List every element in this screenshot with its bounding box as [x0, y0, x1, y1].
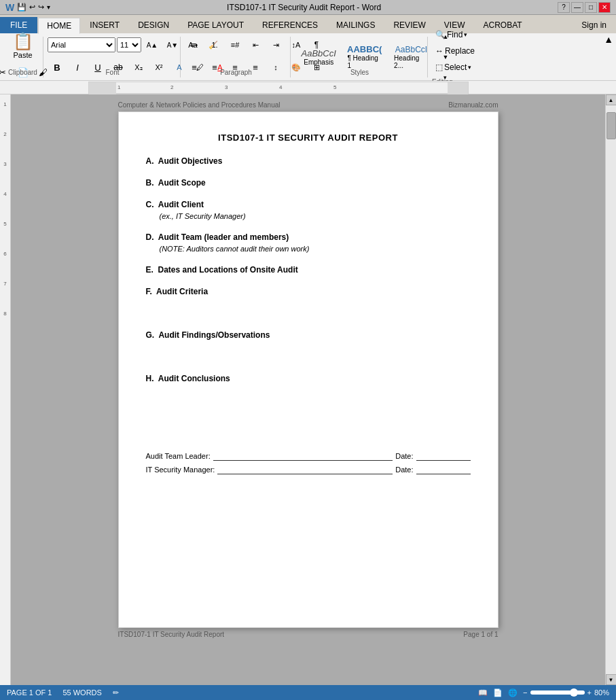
zoom-control[interactable]: − + 80%: [523, 688, 609, 697]
zoom-slider[interactable]: [530, 690, 585, 695]
status-bar: PAGE 1 OF 1 55 WORDS ✏ 📖 📄 🌐 − + 80%: [0, 685, 616, 700]
heading2-label: Heading 2...: [394, 54, 429, 69]
editing-group: 🔍 Find ▾ ↔ Replace ⬚ Select ▾ Editing: [429, 37, 481, 77]
find-dropdown-icon: ▾: [464, 31, 467, 38]
minimize-button[interactable]: —: [571, 2, 583, 13]
bullets-button[interactable]: ≡•: [185, 35, 204, 54]
track-changes-icon[interactable]: ✏: [113, 688, 119, 697]
zoom-level: 80%: [594, 688, 609, 697]
clipboard-group: 📋 Paste ✂ 📄 🖌 Clipboard: [3, 37, 43, 77]
ruler: 1 2 3 4 5: [0, 81, 616, 94]
section-a: A. Audit Objectives: [146, 156, 471, 166]
window-title: ITSD107-1 IT Security Audit Report - Wor…: [50, 3, 558, 12]
styles-group: AaBbCcI Emphasis AABBC( ¶ Heading 1 AaBb…: [292, 37, 428, 77]
left-ruler: 1 2 3 4 5 6 7 8: [0, 94, 11, 685]
help-button[interactable]: ?: [558, 2, 570, 13]
scroll-down-button[interactable]: ▼: [606, 674, 617, 685]
view-print-button[interactable]: 📄: [493, 688, 503, 697]
zoom-out-button[interactable]: −: [523, 688, 527, 697]
find-icon: 🔍: [435, 30, 446, 39]
section-h: H. Audit Conclusions: [146, 374, 471, 383]
scroll-up-button[interactable]: ▲: [606, 94, 617, 105]
section-c-heading: C. Audit Client: [146, 200, 471, 209]
tab-home[interactable]: HOME: [38, 18, 80, 34]
section-c-note: (ex., IT Security Manager): [160, 212, 471, 220]
page-count: PAGE 1 OF 1: [7, 688, 52, 697]
section-d-note: (NOTE: Auditors cannot audit their own w…: [160, 245, 471, 253]
font-size-select[interactable]: 11 12: [117, 37, 141, 52]
leader-sig-line: Audit Team Leader: Date:: [146, 451, 471, 461]
emphasis-preview: AaBbCcI: [302, 48, 336, 58]
scrollbar[interactable]: ▲ ▼: [605, 94, 616, 685]
maximize-button[interactable]: □: [585, 2, 597, 13]
section-b: B. Audit Scope: [146, 178, 471, 188]
view-web-button[interactable]: 🌐: [508, 688, 518, 697]
section-c: C. Audit Client (ex., IT Security Manage…: [146, 200, 471, 220]
document-header-bar: Computer & Network Policies and Procedur…: [118, 101, 499, 109]
find-button[interactable]: 🔍 Find ▾: [432, 28, 471, 41]
quick-access-undo[interactable]: ↩: [29, 3, 35, 12]
multilevel-list-button[interactable]: ≡#: [225, 35, 244, 54]
document-title: ITSD107-1 IT SECURITY AUDIT REPORT: [146, 133, 471, 143]
section-b-heading: B. Audit Scope: [146, 178, 471, 188]
paragraph-group: ≡• 1. ≡# ⇤ ⇥ ↕A ¶ ≡ ≡ ≡ ≡ ↕ 🎨 ⊞ Paragrap…: [182, 37, 291, 77]
quick-access-redo[interactable]: ↪: [38, 3, 44, 12]
select-button[interactable]: ⬚ Select ▾: [432, 60, 475, 74]
font-name-select[interactable]: Arial: [48, 37, 115, 52]
manager-sig-line: IT Security Manager: Date:: [146, 465, 471, 474]
quick-access-save[interactable]: 💾: [17, 3, 26, 12]
document-area[interactable]: Computer & Network Policies and Procedur…: [11, 94, 605, 685]
section-d: D. Audit Team (leader and members) (NOTE…: [146, 232, 471, 253]
word-icon: W: [5, 2, 14, 13]
tab-file[interactable]: FILE: [0, 17, 37, 33]
collapse-ribbon-button[interactable]: ▲: [604, 34, 613, 45]
manager-date-line: [416, 465, 471, 474]
section-d-heading: D. Audit Team (leader and members): [146, 232, 471, 242]
replace-button[interactable]: ↔ Replace: [432, 44, 478, 58]
manager-date-label: Date:: [395, 466, 413, 474]
header-right: Bizmanualz.com: [448, 101, 498, 109]
header-left: Computer & Network Policies and Procedur…: [118, 101, 280, 109]
section-h-heading: H. Audit Conclusions: [146, 374, 471, 383]
increase-indent-button[interactable]: ⇥: [266, 35, 285, 54]
view-read-button[interactable]: 📖: [478, 688, 488, 697]
sign-in-link[interactable]: Sign in: [573, 17, 615, 33]
section-a-heading: A. Audit Objectives: [146, 156, 471, 166]
zoom-in-button[interactable]: +: [587, 688, 592, 697]
style-emphasis[interactable]: AaBbCcI Emphasis: [297, 46, 340, 68]
section-e: E. Dates and Locations of Onsite Audit: [146, 265, 471, 275]
numbering-button[interactable]: 1.: [205, 35, 224, 54]
paste-button[interactable]: 📋 Paste: [13, 32, 33, 59]
font-group: Arial 11 12 A▲ A▼ Aa 🧹 B I U ab X₂ X² A …: [45, 37, 181, 77]
document-footer-bar: ITSD107-1 IT Security Audit Report Page …: [118, 631, 499, 638]
title-bar: W 💾 ↩ ↪ ▾ ITSD107-1 IT Security Audit Re…: [0, 0, 616, 15]
close-button[interactable]: ✕: [598, 2, 611, 13]
signature-area: Audit Team Leader: Date: IT Security Man…: [146, 451, 471, 474]
style-heading2[interactable]: AaBbCcI Heading 2...: [389, 43, 433, 71]
leader-date-label: Date:: [395, 452, 413, 460]
tab-pagelayout[interactable]: PAGE LAYOUT: [179, 17, 253, 33]
scroll-thumb[interactable]: [606, 112, 616, 139]
tab-acrobat[interactable]: ACROBAT: [474, 17, 530, 33]
scroll-track[interactable]: [606, 105, 617, 674]
tab-design[interactable]: DESIGN: [129, 17, 178, 33]
manager-label: IT Security Manager:: [146, 466, 215, 474]
emphasis-label: Emphasis: [304, 58, 333, 66]
style-heading1[interactable]: AABBC( ¶ Heading 1: [342, 42, 386, 71]
decrease-indent-button[interactable]: ⇤: [246, 35, 265, 54]
leader-date-line: [416, 451, 471, 461]
heading2-preview: AaBbCcI: [395, 45, 427, 54]
tab-insert[interactable]: INSERT: [81, 17, 128, 33]
section-g-heading: G. Audit Findings/Observations: [146, 330, 471, 340]
toolbar: 📋 Paste ✂ 📄 🖌 Clipboard Arial 11 12 A▲ A…: [0, 33, 616, 81]
leader-label: Audit Team Leader:: [146, 452, 211, 460]
heading1-preview: AABBC(: [347, 44, 382, 54]
increase-font-button[interactable]: A▲: [143, 35, 162, 54]
zoom-thumb[interactable]: [570, 688, 578, 697]
heading1-label: ¶ Heading 1: [347, 54, 382, 69]
decrease-font-button[interactable]: A▼: [163, 35, 182, 54]
footer-left: ITSD107-1 IT Security Audit Report: [118, 631, 225, 638]
manager-signature-line: [217, 465, 393, 474]
document-page[interactable]: ITSD107-1 IT SECURITY AUDIT REPORT A. Au…: [118, 111, 499, 628]
leader-signature-line: [213, 451, 393, 461]
